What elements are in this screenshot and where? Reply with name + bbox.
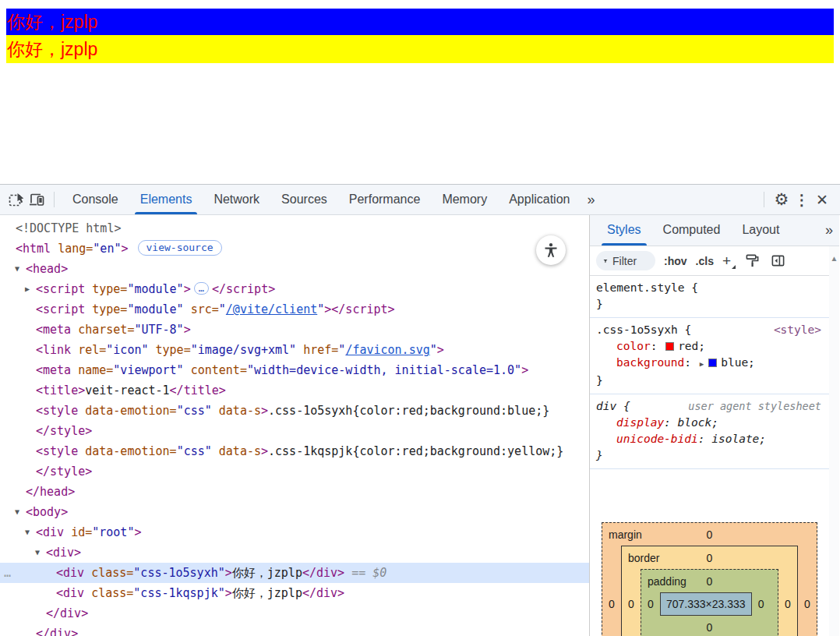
tab-sources[interactable]: Sources xyxy=(270,185,338,214)
property-value: block; xyxy=(678,416,718,429)
tab-network[interactable]: Network xyxy=(203,185,270,214)
expand-arrow-down-icon[interactable]: ▼ xyxy=(35,542,40,563)
box-model-padding[interactable]: padding00707.333×23.33300 xyxy=(641,569,778,636)
tab-application[interactable]: Application xyxy=(498,185,581,214)
dom-tree-row[interactable]: </style> xyxy=(0,461,589,482)
box-model-content-size[interactable]: 707.333×23.333 xyxy=(660,592,752,616)
tab-styles[interactable]: Styles xyxy=(596,215,652,246)
new-style-rule-button[interactable]: + xyxy=(722,254,735,268)
box-model-border[interactable]: border00padding00707.333×23.3330000 xyxy=(621,546,798,636)
dom-tree-row[interactable]: <meta charset="UTF-8"> xyxy=(0,320,589,340)
view-source-badge[interactable]: view-source xyxy=(138,240,222,256)
filter-funnel-icon xyxy=(603,256,608,267)
sidebar-more-tabs-icon[interactable]: » xyxy=(819,222,839,238)
close-devtools-icon[interactable]: ✕ xyxy=(812,189,832,210)
rule-source[interactable]: <style> xyxy=(774,322,821,338)
dom-tree-row[interactable]: ▼<div id="root"> xyxy=(0,522,589,542)
element-classes-button[interactable]: .cls xyxy=(696,255,714,267)
rule-selector: .css-1o5syxh { xyxy=(596,322,691,338)
expand-arrow-down-icon[interactable]: ▼ xyxy=(25,522,30,542)
css-rule[interactable]: .css-1o5syxh {<style>color: red;backgrou… xyxy=(590,318,829,394)
property-name: color xyxy=(616,340,651,352)
tab-elements[interactable]: Elements xyxy=(129,185,203,214)
css-property[interactable]: color: red; xyxy=(596,338,821,355)
dom-tree-row[interactable]: </style> xyxy=(0,421,589,441)
styles-scrollbar[interactable]: ▲ xyxy=(829,246,839,636)
dom-tree-row[interactable]: ▼<head> xyxy=(0,259,589,279)
tab-console[interactable]: Console xyxy=(62,185,129,214)
css-rule[interactable]: div {user agent stylesheetdisplay: block… xyxy=(590,394,829,469)
expand-arrow-down-icon[interactable]: ▼ xyxy=(15,502,19,522)
dom-tree-row[interactable]: ▼<div> xyxy=(0,542,589,563)
box-padding-bottom-value[interactable]: 0 xyxy=(641,621,778,634)
dom-tree-row[interactable]: </head> xyxy=(0,482,589,502)
box-model-margin[interactable]: margin00border00padding00707.333×23.3330… xyxy=(602,522,817,636)
tab-computed[interactable]: Computed xyxy=(652,215,732,246)
dom-tree-row[interactable]: <html lang="en">view-source xyxy=(0,238,589,259)
tab-layout[interactable]: Layout xyxy=(731,215,790,246)
dom-tree-row[interactable]: ▼<body> xyxy=(0,502,589,522)
sidebar-tabs: StylesComputedLayout xyxy=(596,215,790,246)
css-property[interactable]: display: block; xyxy=(596,415,821,431)
style-rules: element.style {}.css-1o5syxh {<style>col… xyxy=(590,276,829,469)
dom-tree-row[interactable]: <style data-emotion="css" data-s>.css-1k… xyxy=(0,441,589,461)
property-value: isolate; xyxy=(711,433,766,445)
tab-memory[interactable]: Memory xyxy=(431,185,498,214)
rule-close-brace: } xyxy=(596,447,821,464)
toggle-element-state-button[interactable]: :hov xyxy=(664,255,687,267)
box-padding-left-value[interactable]: 0 xyxy=(641,598,660,610)
expand-arrow-down-icon[interactable]: ▼ xyxy=(15,259,19,279)
styles-sidebar: StylesComputedLayout » :hov xyxy=(590,215,839,636)
box-margin-right-value[interactable]: 0 xyxy=(798,598,817,610)
dom-tree-row[interactable]: <meta name="viewport" content="width=dev… xyxy=(0,360,589,380)
property-name: display xyxy=(616,416,664,429)
rule-close-brace: } xyxy=(596,373,821,389)
dom-tree-row[interactable]: <script type="module" src="/@vite/client… xyxy=(0,299,589,320)
dom-tree-row[interactable]: <div class="css-1kqspjk">你好，jzplp</div> xyxy=(0,583,589,603)
styles-filter-input[interactable] xyxy=(612,255,648,267)
dom-tree-row[interactable]: ▶<script type="module">…</script> xyxy=(0,279,589,299)
property-name: unicode-bidi xyxy=(616,433,698,445)
box-model-diagram: margin00border00padding00707.333×23.3330… xyxy=(590,522,829,636)
box-padding-label: padding xyxy=(641,575,686,588)
dom-tree-row-selected[interactable]: …<div class="css-1o5syxh">你好，jzplp</div>… xyxy=(0,563,589,583)
inline-expand-button[interactable]: … xyxy=(194,282,209,295)
scroll-up-arrow-icon[interactable]: ▲ xyxy=(831,254,838,263)
elements-panel: <!DOCTYPE html><html lang="en">view-sour… xyxy=(0,215,590,636)
dom-tree-row[interactable]: </div> xyxy=(0,603,589,624)
kebab-menu-icon[interactable]: ⋮ xyxy=(792,189,812,210)
color-swatch[interactable] xyxy=(665,342,674,351)
sidebar-tab-bar: StylesComputedLayout » xyxy=(590,215,839,246)
tab-performance[interactable]: Performance xyxy=(338,185,432,214)
box-border-right-value[interactable]: 0 xyxy=(778,598,797,610)
more-tabs-icon[interactable]: » xyxy=(581,192,601,208)
settings-gear-icon[interactable]: ⚙ xyxy=(771,189,792,210)
dom-tree: <!DOCTYPE html><html lang="en">view-sour… xyxy=(0,218,589,636)
expand-arrow-right-icon[interactable]: ▶ xyxy=(25,279,30,299)
webpage-viewport: 你好，jzplp 你好，jzplp xyxy=(0,9,840,184)
box-margin-left-value[interactable]: 0 xyxy=(602,598,621,610)
expand-shorthand-icon[interactable]: ▶ xyxy=(700,360,704,368)
device-toolbar-icon[interactable] xyxy=(26,189,47,210)
devtools-panel: ConsoleElementsNetworkSourcesPerformance… xyxy=(0,184,840,636)
color-swatch[interactable] xyxy=(708,359,717,367)
dom-tree-row[interactable]: <!DOCTYPE html> xyxy=(0,218,589,238)
css-rule[interactable]: element.style {} xyxy=(590,276,829,318)
row-ellipsis-gutter[interactable]: … xyxy=(4,563,12,583)
computed-sidebar-toggle-icon[interactable] xyxy=(769,251,786,271)
rule-source: user agent stylesheet xyxy=(688,398,821,415)
dom-tree-row[interactable]: </div> xyxy=(0,624,589,636)
dom-tree-row[interactable]: <style data-emotion="css" data-s>.css-1o… xyxy=(0,401,589,421)
box-padding-right-value[interactable]: 0 xyxy=(752,598,771,610)
box-border-left-value[interactable]: 0 xyxy=(622,598,641,610)
dom-tree-row[interactable]: <title>veit-react-1</title> xyxy=(0,380,589,401)
inspect-element-icon[interactable] xyxy=(6,189,26,210)
dom-tree-row[interactable]: <link rel="icon" type="image/svg+xml" hr… xyxy=(0,340,589,360)
accessibility-button[interactable] xyxy=(536,235,566,265)
screen: 你好，jzplp 你好，jzplp ConsoleElementsNetw xyxy=(0,0,840,636)
toolbar-divider xyxy=(764,192,764,207)
paint-roller-icon[interactable] xyxy=(743,251,761,271)
css-property[interactable]: background: ▶blue; xyxy=(596,355,821,373)
css-property[interactable]: unicode-bidi: isolate; xyxy=(596,431,821,447)
styles-filter[interactable] xyxy=(596,251,655,270)
